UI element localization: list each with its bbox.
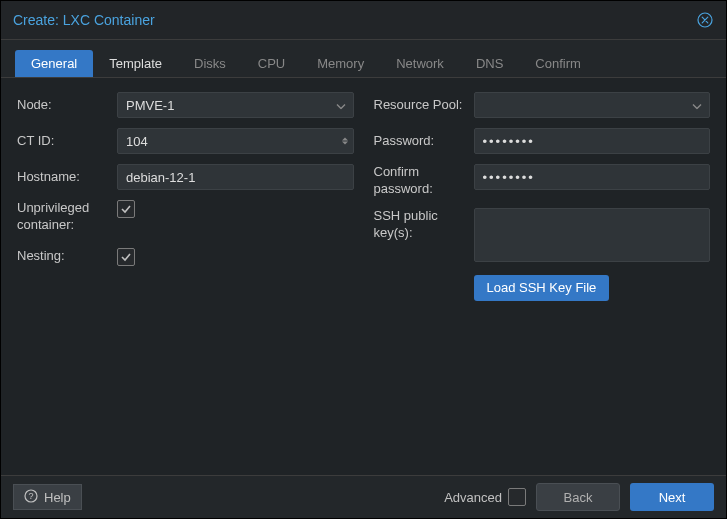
right-column: Resource Pool: Password: Confirm passwor… [374, 92, 711, 461]
hostname-input[interactable] [117, 164, 354, 190]
tab-disks: Disks [178, 50, 242, 77]
confirm-password-input[interactable] [474, 164, 711, 190]
wizard-tabs: General Template Disks CPU Memory Networ… [1, 40, 726, 78]
tab-memory: Memory [301, 50, 380, 77]
close-icon[interactable] [696, 11, 714, 29]
ctid-input[interactable] [117, 128, 354, 154]
password-input[interactable] [474, 128, 711, 154]
dialog-title: Create: LXC Container [13, 12, 155, 28]
pool-label: Resource Pool: [374, 97, 474, 114]
tab-cpu: CPU [242, 50, 301, 77]
advanced-label: Advanced [444, 490, 502, 505]
tab-confirm: Confirm [519, 50, 597, 77]
nesting-checkbox[interactable] [117, 248, 135, 266]
load-ssh-key-button[interactable]: Load SSH Key File [474, 275, 610, 301]
help-button[interactable]: ? Help [13, 484, 82, 510]
nesting-label: Nesting: [17, 248, 117, 265]
footer: ? Help Advanced Back Next [1, 475, 726, 518]
ssh-keys-label: SSH public key(s): [374, 208, 474, 242]
create-lxc-dialog: Create: LXC Container General Template D… [0, 0, 727, 519]
ctid-label: CT ID: [17, 133, 117, 150]
titlebar: Create: LXC Container [1, 1, 726, 40]
hostname-label: Hostname: [17, 169, 117, 186]
tab-template[interactable]: Template [93, 50, 178, 77]
node-select[interactable] [117, 92, 354, 118]
advanced-toggle[interactable]: Advanced [444, 488, 526, 506]
unprivileged-label: Unprivileged container: [17, 200, 117, 234]
node-label: Node: [17, 97, 117, 114]
tab-network: Network [380, 50, 460, 77]
ssh-keys-input[interactable] [474, 208, 711, 262]
confirm-password-label: Confirm password: [374, 164, 474, 198]
next-button[interactable]: Next [630, 483, 714, 511]
pool-select[interactable] [474, 92, 711, 118]
tab-dns: DNS [460, 50, 519, 77]
svg-text:?: ? [28, 491, 33, 501]
advanced-checkbox[interactable] [508, 488, 526, 506]
help-icon: ? [24, 489, 38, 506]
form-body: Node: CT ID: Hostname: [1, 78, 726, 475]
unprivileged-checkbox[interactable] [117, 200, 135, 218]
password-label: Password: [374, 133, 474, 150]
tab-general[interactable]: General [15, 50, 93, 77]
back-button[interactable]: Back [536, 483, 620, 511]
left-column: Node: CT ID: Hostname: [17, 92, 354, 461]
help-label: Help [44, 490, 71, 505]
